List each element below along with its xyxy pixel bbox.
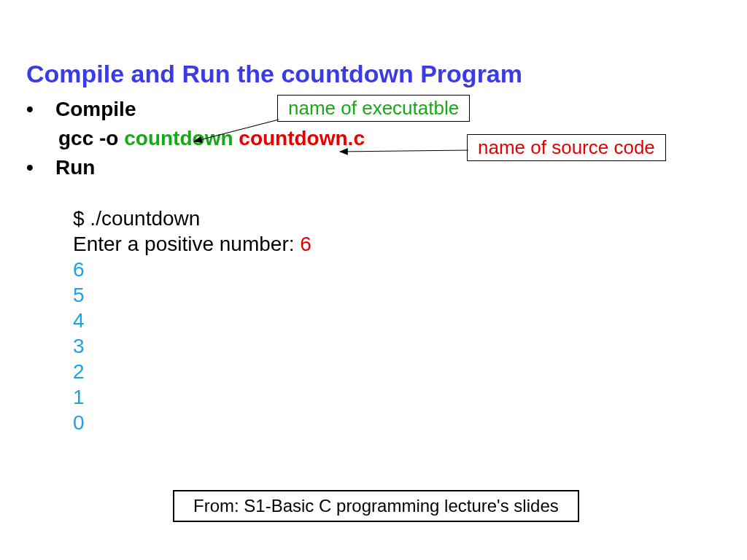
slide-title: Compile and Run the countdown Program bbox=[26, 60, 522, 88]
footer-attribution: From: S1-Basic C programming lecture's s… bbox=[173, 490, 579, 522]
bullet-run: • Run bbox=[26, 156, 365, 179]
output-line: 1 bbox=[73, 384, 365, 410]
spacer bbox=[26, 185, 365, 206]
user-input: 6 bbox=[300, 233, 311, 255]
output-line: 2 bbox=[73, 359, 365, 384]
content-body: • Compile gcc -o countdown countdown.c •… bbox=[26, 98, 365, 435]
callout-source: name of source code bbox=[467, 134, 666, 161]
callout-executable: name of executatble bbox=[277, 95, 470, 122]
slide: Compile and Run the countdown Program • … bbox=[0, 0, 747, 560]
output-line: 6 bbox=[73, 257, 365, 282]
bullet-compile-label: Compile bbox=[55, 98, 136, 121]
gcc-prefix: gcc -o bbox=[58, 127, 124, 149]
bullet-marker-icon: • bbox=[26, 156, 55, 179]
output-line: 5 bbox=[73, 282, 365, 308]
prompt-text: Enter a positive number: bbox=[73, 233, 300, 255]
output-line: 3 bbox=[73, 333, 365, 359]
bullet-marker-icon: • bbox=[26, 98, 55, 121]
executable-name: countdown bbox=[124, 127, 233, 149]
output-line: 4 bbox=[73, 308, 365, 333]
run-command-line: $ ./countdown bbox=[73, 206, 365, 231]
output-line: 0 bbox=[73, 410, 365, 435]
source-name: countdown.c bbox=[239, 127, 365, 149]
bullet-run-label: Run bbox=[55, 156, 95, 179]
prompt-line: Enter a positive number: 6 bbox=[73, 231, 365, 257]
compile-command: gcc -o countdown countdown.c bbox=[58, 127, 365, 150]
terminal-output: $ ./countdown Enter a positive number: 6… bbox=[73, 206, 365, 435]
